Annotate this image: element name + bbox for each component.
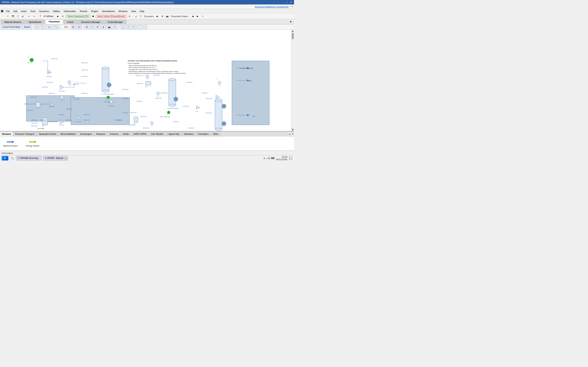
taskbar-app-dwsim[interactable]: D DWSIM - [Natural ...] [43, 156, 68, 160]
chart-btn2[interactable]: 📊 [120, 25, 125, 29]
tab-material-streams[interactable]: Material Streams [1, 20, 25, 24]
minimize-button[interactable]: − [281, 1, 284, 4]
palette-tab-solids[interactable]: Solids [121, 132, 131, 136]
palette-tab-controllers[interactable]: Controllers [196, 132, 211, 136]
zoom-input[interactable] [62, 26, 70, 29]
win-close2[interactable]: ✕ [292, 6, 293, 8]
palette-tab-streams[interactable]: Streams [0, 132, 13, 136]
settings-button[interactable]: ⚙ Settings [43, 14, 54, 18]
screenshot-btn[interactable]: 📷 [107, 25, 112, 29]
maximize-button[interactable]: □ [285, 1, 288, 4]
solve-button[interactable]: Solve Flowsheet (F5) [66, 15, 90, 18]
new-button[interactable]: 📄 [1, 14, 5, 18]
annotate-btn[interactable]: ✏ [113, 25, 117, 29]
abort2-button[interactable]: ⏸ [127, 14, 132, 18]
palette-tab-other[interactable]: Other [211, 132, 221, 136]
abort-button[interactable]: Abort Solver (Pause/Break) [96, 15, 127, 18]
menu-help[interactable]: Help [138, 9, 146, 13]
flowsheet-canvas[interactable]: TURBO-EXPANDER NATURAL GAS PROCESSING UN… [0, 30, 291, 131]
vertical-scrollbar[interactable]: ▲ ▼ [291, 30, 294, 131]
win-restore[interactable]: − [290, 6, 291, 8]
print-button[interactable]: 🖨 [20, 14, 25, 18]
palette-tab-indicators[interactable]: Indicators [182, 132, 196, 136]
menu-tools[interactable]: Tools [29, 9, 37, 13]
menu-optimization[interactable]: Optimization [62, 9, 78, 13]
menu-file[interactable]: File [4, 9, 11, 13]
save-as-button[interactable]: 📋 [16, 14, 20, 18]
palette-tab-reactors[interactable]: Reactors [94, 132, 108, 136]
table-btn2[interactable]: 📋 [126, 25, 131, 29]
grid-btn[interactable]: ⊞ [85, 25, 89, 29]
menu-results[interactable]: Results [78, 9, 89, 13]
tab-dynamics-manager[interactable]: Dynamics Manager [78, 20, 104, 24]
zoom-fit-btn[interactable]: ⊞ [71, 25, 75, 29]
notification-button[interactable]: 💬 [289, 157, 292, 160]
menu-windows[interactable]: Windows [117, 9, 129, 13]
menu-utilities[interactable]: Utilities [51, 9, 61, 13]
flowsheet-svg[interactable]: TURBO-EXPANDER NATURAL GAS PROCESSING UN… [0, 30, 291, 131]
open-button[interactable]: 📂 [6, 14, 10, 18]
state-prev[interactable]: ◀ [190, 14, 195, 18]
state-stop[interactable]: ✕ [200, 14, 205, 18]
align-btn[interactable]: ≡ [90, 25, 94, 29]
close-button[interactable]: ✕ [289, 1, 292, 4]
taskbar-app-dwsim6[interactable]: D DWSIM6 (Running)... [16, 156, 42, 160]
undo-button[interactable]: ↩ [27, 14, 31, 18]
clock[interactable]: 15:00 04/11/2020 [276, 156, 287, 161]
network-icon[interactable]: ⊡ [268, 157, 270, 160]
palette-tab-exchangers[interactable]: Exchangers [78, 132, 94, 136]
print-preview-btn[interactable]: 🖨 [101, 25, 106, 29]
chart-button[interactable]: 📊 [134, 14, 138, 18]
material-stream-item[interactable]: Material Stream [3, 140, 18, 147]
menu-spreadsheet[interactable]: Spreadsheet [100, 9, 116, 13]
tab-flowsheet[interactable]: Flowsheet [45, 19, 63, 24]
palette-tab-user-models[interactable]: User Models [149, 132, 165, 136]
palette-tab-mixers[interactable]: Mixers/Splitters [59, 132, 78, 136]
scroll-thumb-v[interactable] [292, 33, 294, 39]
save-button[interactable]: 💾 [11, 14, 15, 18]
download-link[interactable]: Download Additional Components [255, 6, 288, 8]
tab-expand[interactable]: ▼ [288, 20, 293, 24]
formula-btn[interactable]: ƒ [132, 25, 136, 29]
menu-dynamics[interactable]: Dynamics [38, 9, 51, 13]
menu-view[interactable]: View [130, 9, 138, 13]
energy-stream-item[interactable]: Energy Stream [26, 140, 40, 147]
menu-plugins[interactable]: Plugins [89, 9, 100, 13]
start-button[interactable]: ⊞ [2, 156, 8, 160]
snap-btn[interactable]: 📌 [95, 25, 100, 29]
select-btn[interactable]: ↖ [35, 25, 39, 29]
menu-insert[interactable]: Insert [19, 9, 28, 13]
flowsheet-container[interactable]: TURBO-EXPANDER NATURAL GAS PROCESSING UN… [0, 30, 294, 131]
pan-btn[interactable]: ✋ [40, 25, 45, 29]
palette-tab-separators[interactable]: Separators/Tanks [37, 132, 59, 136]
tab-script-manager[interactable]: Script Manager [104, 20, 127, 24]
pause-button[interactable]: ⏸ [61, 14, 65, 18]
dyn-btn2[interactable]: ⚙ [160, 14, 164, 18]
volume-icon[interactable]: ♪ [266, 157, 267, 160]
taskbar-search[interactable]: 🔍 [10, 156, 15, 160]
scroll-down[interactable]: ▼ [291, 128, 294, 131]
zoom-out-btn[interactable]: 🔍- [53, 25, 59, 29]
palette-scroll-up[interactable]: ▲ [288, 132, 291, 136]
show-hidden-icon[interactable]: ∧ [263, 157, 265, 160]
dyn-btn1[interactable]: ▶ [155, 14, 160, 18]
palette-tab-logical-ops[interactable]: Logical Ops [165, 132, 182, 136]
tab-spreadsheet[interactable]: Spreadsheet [25, 20, 45, 24]
zoom-in-btn[interactable]: 🔍+ [46, 25, 52, 29]
palette-tab-columns[interactable]: Columns [108, 132, 121, 136]
keyboard-icon[interactable]: ⌨ [271, 157, 274, 160]
table-button[interactable]: 📋 [138, 14, 143, 18]
help-button[interactable]: ❓ [38, 14, 43, 18]
search-button[interactable]: Search [22, 25, 32, 29]
palette-tab-pressure-changers[interactable]: Pressure Changers [13, 132, 37, 136]
scroll-up[interactable]: ▲ [291, 30, 294, 33]
zoom-actual-btn[interactable]: 1:1 [76, 25, 82, 29]
dyn-btn3[interactable]: 📷 [165, 14, 169, 18]
redo-button[interactable]: ↪ [32, 14, 36, 18]
run-button[interactable]: ▶ [56, 14, 60, 18]
state-next[interactable]: ▶ [195, 14, 200, 18]
music-btn[interactable]: ♪ [143, 25, 147, 29]
menu-edit[interactable]: Edit [12, 9, 19, 13]
abort-icon[interactable]: ⏹ [91, 14, 95, 18]
palette-tab-cape-open[interactable]: CAPE-OPEN [131, 132, 149, 136]
